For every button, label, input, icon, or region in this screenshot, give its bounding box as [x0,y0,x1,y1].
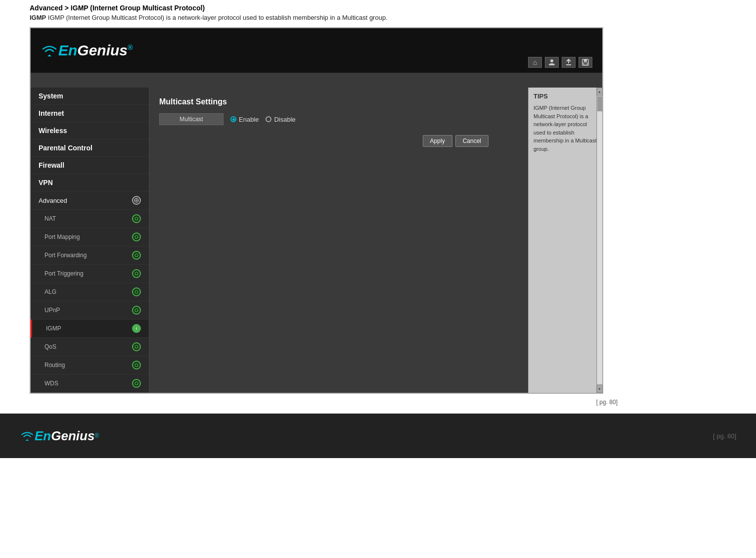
page-number: [ pg. 80] [596,399,618,406]
scrollbar-down[interactable]: ▼ [597,385,603,393]
sidebar-label-parental-control: Parental Control [39,144,92,152]
sidebar-item-port-forwarding[interactable]: Port Forwarding [31,246,149,265]
svg-point-10 [135,254,138,257]
page-description: IGMP IGMP (Internet Group Multicast Prot… [30,14,726,21]
svg-point-8 [135,217,138,220]
multicast-radio-group: Enable Disable [230,116,296,123]
sidebar-label-wireless: Wireless [39,127,67,135]
sidebar-item-parental-control[interactable]: Parental Control [31,140,149,157]
igmp-bold: IGMP [30,14,46,21]
router-header: EnGenius® ⌂ [31,28,602,73]
multicast-label: Multicast [159,113,223,125]
sidebar-item-system[interactable]: System [31,88,149,105]
sidebar-label-firewall: Firewall [39,161,64,169]
sidebar-item-wds[interactable]: WDS [31,374,149,393]
sidebar-label-advanced: Advanced [39,197,67,204]
svg-rect-1 [566,64,571,65]
cancel-button[interactable]: Cancel [455,135,489,147]
save-icon[interactable] [578,57,592,68]
nat-icon [132,214,141,223]
user-icon[interactable] [545,57,559,68]
scrollbar-up[interactable]: ▲ [597,88,603,95]
sidebar-label-internet: Internet [39,109,64,117]
tips-panel: TIPS IGMP (Internet Group Multicast Prot… [528,88,602,393]
svg-point-11 [135,272,138,275]
sidebar-item-firewall[interactable]: Firewall [31,157,149,174]
igmp-icon [132,324,141,333]
svg-point-0 [550,59,553,62]
sidebar-label-port-mapping: Port Mapping [44,233,80,240]
advanced-expand-icon [132,196,141,205]
sidebar-item-port-triggering[interactable]: Port Triggering [31,265,149,283]
qos-icon [132,342,141,351]
sidebar-label-alg: ALG [44,288,56,295]
settings-title: Multicast Settings [159,97,518,106]
sidebar: System Internet Wireless Parental Contro… [31,88,149,393]
svg-point-13 [135,309,138,312]
sidebar-label-upnp: UPnP [44,307,60,314]
sidebar-label-vpn: VPN [39,179,53,186]
main-content: Multicast Settings Multicast Enable Disa… [149,88,528,393]
sidebar-label-port-triggering: Port Triggering [44,270,84,277]
scrollbar[interactable]: ▲ ▼ [596,88,602,393]
svg-point-17 [135,364,138,367]
sub-nav [31,73,602,88]
alg-icon [132,287,141,296]
svg-rect-3 [584,59,587,62]
footer: EnGenius® [ pg. 80] [0,414,756,458]
header-logo: EnGenius® [41,42,133,59]
action-buttons: Apply Cancel [159,135,518,147]
sidebar-label-igmp: IGMP [46,325,61,332]
sidebar-item-upnp[interactable]: UPnP [31,301,149,320]
sidebar-label-system: System [39,92,63,100]
svg-point-18 [135,382,138,385]
svg-rect-4 [583,63,587,65]
tips-text: IGMP (Internet Group Multicast Protocol)… [534,104,597,153]
sidebar-item-qos[interactable]: QoS [31,338,149,356]
home-icon[interactable]: ⌂ [528,57,542,68]
breadcrumb-title: Advanced > IGMP (Internet Group Multicas… [30,4,726,12]
sidebar-item-nat[interactable]: NAT [31,210,149,228]
sidebar-item-igmp[interactable]: IGMP [31,320,149,338]
disable-radio-dot [266,116,271,122]
upload-icon[interactable] [562,57,576,68]
sidebar-item-alg[interactable]: ALG [31,283,149,301]
sidebar-label-routing: Routing [44,362,65,369]
enable-label: Enable [239,116,259,123]
logo-genius: Genius [77,42,128,58]
settings-panel: Multicast Settings Multicast Enable Disa… [159,97,518,147]
sidebar-item-routing[interactable]: Routing [31,356,149,374]
sidebar-label-nat: NAT [44,215,56,222]
svg-point-16 [135,345,138,348]
footer-wifi-icon [20,430,35,442]
sidebar-item-advanced[interactable]: Advanced [31,191,149,210]
disable-label: Disable [274,116,295,123]
sidebar-label-port-forwarding: Port Forwarding [44,252,87,259]
enable-radio[interactable]: Enable [230,116,259,123]
port-mapping-icon [132,232,141,241]
description-text: IGMP (Internet Group Multicast Protocol)… [48,14,388,21]
sidebar-item-wireless[interactable]: Wireless [31,122,149,140]
wds-icon [132,379,141,388]
logo-registered: ® [128,44,133,51]
apply-button[interactable]: Apply [423,135,452,147]
scrollbar-track [597,96,602,384]
footer-registered: ® [94,432,99,439]
svg-point-12 [135,290,138,293]
tips-title: TIPS [534,93,597,100]
footer-en: En [35,428,51,444]
disable-radio[interactable]: Disable [266,116,295,123]
header-icons: ⌂ [528,57,592,68]
footer-genius: Genius [51,428,94,444]
router-body: System Internet Wireless Parental Contro… [31,88,602,393]
multicast-row: Multicast Enable Disable [159,113,518,125]
footer-page-num: [ pg. 80] [713,432,736,440]
sidebar-label-wds: WDS [44,380,58,387]
wifi-icon [41,44,58,57]
sidebar-item-vpn[interactable]: VPN [31,174,149,191]
router-frame: EnGenius® ⌂ System Internet [30,27,603,394]
sidebar-item-internet[interactable]: Internet [31,105,149,122]
logo-en: En [58,42,77,58]
sidebar-item-port-mapping[interactable]: Port Mapping [31,228,149,246]
scrollbar-thumb [597,96,602,111]
